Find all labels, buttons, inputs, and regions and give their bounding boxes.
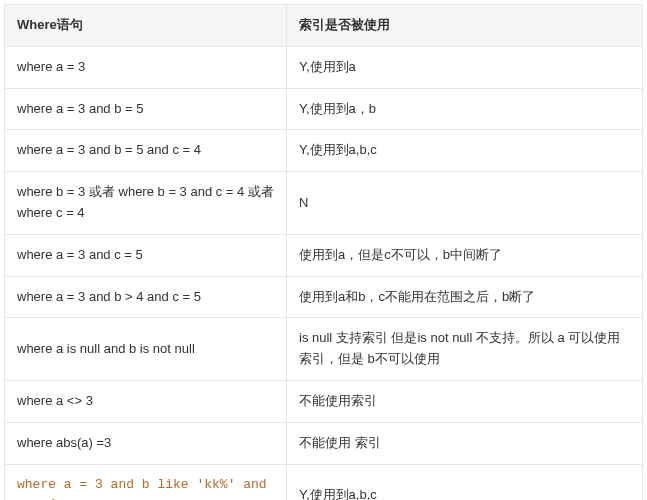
table-row: where a = 3 and b like 'kk%' and c = 4Y,… <box>5 464 643 500</box>
where-clause-cell: where a = 3 and b like 'kk%' and c = 4 <box>5 464 287 500</box>
where-clause-cell: where abs(a) =3 <box>5 422 287 464</box>
table-row: where b = 3 或者 where b = 3 and c = 4 或者 … <box>5 172 643 235</box>
table-row: where a <> 3不能使用索引 <box>5 380 643 422</box>
where-clause-cell: where a <> 3 <box>5 380 287 422</box>
where-clause-cell: where a = 3 and b = 5 <box>5 88 287 130</box>
index-usage-cell: Y,使用到a，b <box>287 88 643 130</box>
index-usage-cell: 使用到a和b，c不能用在范围之后，b断了 <box>287 276 643 318</box>
table-row: where abs(a) =3不能使用 索引 <box>5 422 643 464</box>
table-row: where a = 3 and b > 4 and c = 5使用到a和b，c不… <box>5 276 643 318</box>
index-usage-cell: Y,使用到a,b,c <box>287 464 643 500</box>
where-clause-cell: where a is null and b is not null <box>5 318 287 381</box>
table-row: where a = 3 and b = 5 and c = 4Y,使用到a,b,… <box>5 130 643 172</box>
table-row: where a is null and b is not nullis null… <box>5 318 643 381</box>
index-usage-table: Where语句 索引是否被使用 where a = 3Y,使用到awhere a… <box>4 4 643 500</box>
index-usage-cell: 不能使用索引 <box>287 380 643 422</box>
where-clause-cell: where a = 3 and c = 5 <box>5 234 287 276</box>
header-where: Where语句 <box>5 5 287 47</box>
index-usage-cell: Y,使用到a,b,c <box>287 130 643 172</box>
table-row: where a = 3Y,使用到a <box>5 46 643 88</box>
table-row: where a = 3 and c = 5使用到a，但是c不可以，b中间断了 <box>5 234 643 276</box>
header-index: 索引是否被使用 <box>287 5 643 47</box>
table-row: where a = 3 and b = 5Y,使用到a，b <box>5 88 643 130</box>
index-usage-cell: 使用到a，但是c不可以，b中间断了 <box>287 234 643 276</box>
index-usage-cell: 不能使用 索引 <box>287 422 643 464</box>
index-usage-cell: N <box>287 172 643 235</box>
where-clause-cell: where a = 3 and b > 4 and c = 5 <box>5 276 287 318</box>
index-usage-cell: is null 支持索引 但是is not null 不支持。所以 a 可以使用… <box>287 318 643 381</box>
where-clause-cell: where a = 3 and b = 5 and c = 4 <box>5 130 287 172</box>
where-clause-cell: where a = 3 <box>5 46 287 88</box>
table-header-row: Where语句 索引是否被使用 <box>5 5 643 47</box>
index-usage-cell: Y,使用到a <box>287 46 643 88</box>
where-clause-cell: where b = 3 或者 where b = 3 and c = 4 或者 … <box>5 172 287 235</box>
